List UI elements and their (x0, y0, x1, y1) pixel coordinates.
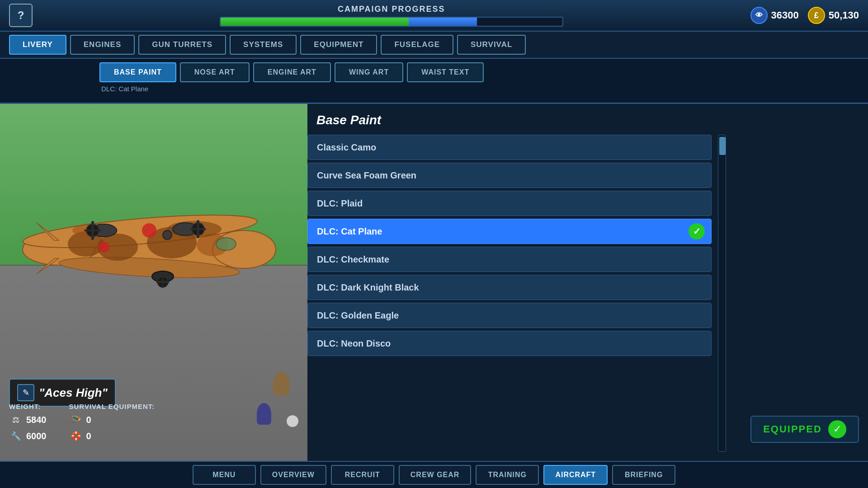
progress-blue (409, 18, 477, 26)
stats-area: WEIGHT: ⚖ 5840 🔧 6000 SURVIVAL EQUIPMENT… (9, 403, 155, 443)
survival-icon-2: 🛟 (69, 429, 83, 443)
edit-button[interactable]: ✎ (17, 384, 34, 401)
dlc-note: DLC: Cat Plane (101, 85, 769, 93)
nav-tabs: LIVERYENGINESGUN TURRETSSYSTEMSEQUIPMENT… (0, 32, 868, 59)
bottom-tab-training[interactable]: TRAINING (476, 465, 539, 485)
weight-icon-1: ⚖ (9, 413, 23, 427)
sub-tab-base_paint[interactable]: BASE PAINT (99, 62, 176, 82)
weight-group: WEIGHT: ⚖ 5840 🔧 6000 (9, 403, 47, 443)
research-icon: 👁 (750, 7, 768, 24)
equipped-check-icon: ✓ (828, 420, 846, 438)
plane-name: "Aces High" (39, 386, 108, 400)
weight-row-2: 🔧 6000 (9, 429, 47, 443)
sub-tab-wing_art[interactable]: WING ART (335, 62, 403, 82)
nav-tab-livery[interactable]: LIVERY (9, 35, 66, 55)
scene-figure-2 (257, 403, 271, 425)
survival-value-2: 0 (86, 431, 91, 441)
top-bar: ? CAMPAIGN PROGRESS 👁 36300 £ 50,130 (0, 0, 868, 32)
nav-tab-systems[interactable]: SYSTEMS (230, 35, 297, 55)
paint-item-dlc_cat_plane[interactable]: DLC: Cat Plane✓ (307, 219, 712, 244)
paint-list: Classic CamoCurve Sea Foam GreenDLC: Pla… (307, 135, 712, 452)
money-icon: £ (808, 7, 825, 24)
help-button[interactable]: ? (9, 4, 33, 27)
main-content: ✎ "Aces High" WEIGHT: ⚖ 5840 🔧 6000 SURV… (0, 104, 868, 461)
money-icon-symbol: £ (814, 11, 819, 20)
bottom-tab-menu[interactable]: MENU (193, 465, 256, 485)
paint-item-dlc_neon_disco[interactable]: DLC: Neon Disco (307, 331, 712, 356)
sub-tab-nose_art[interactable]: NOSE ART (180, 62, 250, 82)
nav-tab-survival[interactable]: SURVIVAL (457, 35, 526, 55)
plane-view: ✎ "Aces High" WEIGHT: ⚖ 5840 🔧 6000 SURV… (0, 104, 307, 461)
scrollbar-thumb[interactable] (719, 137, 726, 155)
paint-title: Base Paint (316, 113, 859, 127)
scene-ball (287, 415, 298, 427)
paint-item-classic_camo[interactable]: Classic Camo (307, 135, 712, 160)
sub-tabs-row: BASE PAINTNOSE ARTENGINE ARTWING ARTWAIS… (99, 62, 769, 82)
survival-row-2: 🛟 0 (69, 429, 155, 443)
paint-item-curve_sea_foam[interactable]: Curve Sea Foam Green (307, 163, 712, 188)
survival-icon-1: 🪂 (69, 413, 83, 427)
research-icon-symbol: 👁 (755, 11, 763, 19)
progress-green (221, 18, 409, 26)
bottom-tab-overview[interactable]: OVERVIEW (260, 465, 326, 485)
nav-tab-fuselage[interactable]: FUSELAGE (381, 35, 453, 55)
weight-row-1: ⚖ 5840 (9, 413, 47, 427)
sub-tab-waist_text[interactable]: WAIST TEXT (407, 62, 484, 82)
sub-tab-engine_art[interactable]: ENGINE ART (253, 62, 331, 82)
scene-figure-1 (273, 372, 289, 395)
survival-group: SURVIVAL EQUIPMENT: 🪂 0 🛟 0 (69, 403, 155, 443)
paint-panel: Base Paint Classic CamoCurve Sea Foam Gr… (307, 104, 868, 461)
paint-item-dlc_dark_knight[interactable]: DLC: Dark Knight Black (307, 275, 712, 300)
svg-point-23 (99, 242, 109, 253)
paint-item-dlc_plaid[interactable]: DLC: Plaid (307, 191, 712, 216)
currency-area: 👁 36300 £ 50,130 (750, 7, 859, 24)
bottom-tab-aircraft[interactable]: AIRCRAFT (543, 465, 608, 485)
survival-row-1: 🪂 0 (69, 413, 155, 427)
paint-item-dlc_checkmate[interactable]: DLC: Checkmate (307, 247, 712, 272)
bottom-tab-crew_gear[interactable]: CREW GEAR (399, 465, 472, 485)
nav-tab-gun_turrets[interactable]: GUN TURRETS (138, 35, 226, 55)
bottom-nav: MENUOVERVIEWRECRUITCREW GEARTRAININGAIRC… (0, 461, 868, 488)
bottom-tab-briefing[interactable]: BRIEFING (612, 465, 675, 485)
scrollbar-track[interactable] (718, 135, 726, 452)
sub-tabs: BASE PAINTNOSE ARTENGINE ARTWING ARTWAIS… (0, 59, 868, 104)
weight-value-2: 6000 (26, 431, 47, 441)
equipped-check-dlc_cat_plane: ✓ (689, 223, 705, 239)
nav-tab-engines[interactable]: ENGINES (70, 35, 135, 55)
currency-money: £ 50,130 (808, 7, 859, 24)
plane-svg (14, 164, 294, 317)
nav-tab-equipment[interactable]: EQUIPMENT (300, 35, 377, 55)
weight-icon-2: 🔧 (9, 429, 23, 443)
equipped-label: EQUIPPED (763, 423, 822, 435)
weight-label: WEIGHT: (9, 403, 47, 410)
paint-item-dlc_golden_eagle[interactable]: DLC: Golden Eagle (307, 303, 712, 328)
campaign-progress-area: CAMPAIGN PROGRESS (42, 5, 741, 27)
plane-container (9, 127, 298, 354)
currency-research: 👁 36300 (750, 7, 799, 24)
survival-label: SURVIVAL EQUIPMENT: (69, 403, 155, 410)
paint-right-panel: EQUIPPED ✓ (732, 135, 859, 452)
progress-bar (220, 17, 563, 27)
bottom-tab-recruit[interactable]: RECRUIT (331, 465, 394, 485)
paint-list-area: Classic CamoCurve Sea Foam GreenDLC: Pla… (307, 135, 859, 452)
equipped-button[interactable]: EQUIPPED ✓ (750, 416, 859, 443)
survival-value-1: 0 (86, 415, 91, 425)
weight-value-1: 5840 (26, 415, 47, 425)
svg-point-24 (163, 230, 172, 239)
svg-point-22 (142, 223, 156, 238)
money-value: 50,130 (829, 9, 859, 21)
svg-point-21 (216, 238, 236, 250)
research-value: 36300 (771, 9, 799, 21)
campaign-label: CAMPAIGN PROGRESS (338, 5, 445, 14)
